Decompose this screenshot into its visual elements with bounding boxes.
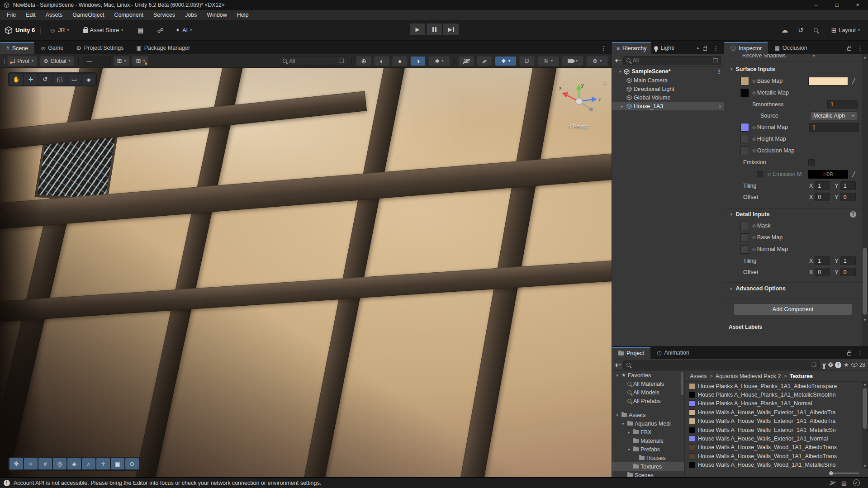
orbit-button[interactable]: ◎ <box>53 458 66 469</box>
chevron-down-icon[interactable]: ▾ <box>813 54 815 58</box>
occlusion-map-thumbnail[interactable] <box>740 147 749 155</box>
tree-item-all-prefabs[interactable]: ★ All Prefabs <box>612 397 684 405</box>
add-component-button[interactable]: Add Component <box>734 303 852 315</box>
breadcrumb-pack[interactable]: Aquarius Medieval Pack 2 <box>716 373 781 379</box>
hierarchy-item[interactable]: Global Volume <box>612 93 724 102</box>
tree-item-prefabs[interactable]: ▾ ★ Prefabs <box>612 445 684 454</box>
search-icon[interactable] <box>814 28 818 32</box>
zoom-tool-button[interactable]: ⌕ <box>82 458 95 469</box>
detail-offset-x-field[interactable]: 0 <box>815 268 830 276</box>
source-dropdown[interactable]: Metallic Alph▾ <box>810 111 857 120</box>
asset-labels-header[interactable]: Asset Labels <box>724 321 862 333</box>
normal-map-row[interactable]: ◎Normal Map 1 <box>724 121 862 133</box>
navigation-compass-button[interactable]: ⊙ <box>125 458 139 469</box>
scale-tool-button[interactable]: ◱ <box>53 74 66 85</box>
view-tool-button[interactable]: ✋ <box>9 74 23 85</box>
inspector-scrollbar[interactable]: ▾ ▾ <box>862 54 868 346</box>
offset-x-field[interactable]: 0 <box>815 193 830 201</box>
tab-overflow-icon[interactable]: ▸ <box>697 46 699 50</box>
occlusion-map-row[interactable]: ◎Occlusion Map <box>724 145 862 156</box>
House Walls A_House_Walls_Exterior_1A1_Normal[interactable]: House Walls A_House_Walls_Exterior_1A1_N… <box>685 434 862 443</box>
tree-item-all-models[interactable]: ★ All Models <box>612 388 684 397</box>
House Planks A_House_Planks_1A1_AlbedoTranspare[interactable]: House Planks A_House_Planks_1A1_AlbedoTr… <box>685 382 862 390</box>
advanced-options-header[interactable]: ▸ Advanced Options <box>724 282 862 294</box>
hidden-objects-button[interactable]: ∅ <box>519 56 535 66</box>
House Walls A_House_Walls_Wood_1A1_AlbedoTrans[interactable]: House Walls A_House_Walls_Wood_1A1_Albed… <box>685 443 862 452</box>
hidden-packages-icon[interactable]: ! <box>835 362 841 368</box>
audio-toggle-button[interactable]: ♪ <box>477 56 492 66</box>
snap-settings-button[interactable]: ◈ <box>67 458 81 469</box>
emission-map-checkbox[interactable] <box>757 171 763 177</box>
kebab-menu-icon[interactable]: ⋮ <box>855 350 865 356</box>
detail-tiling-row[interactable]: Tiling X1 Y1 <box>724 255 862 266</box>
House Walls A_House_Walls_Wood_1A1_MetallicSmo[interactable]: House Walls A_House_Walls_Wood_1A1_Metal… <box>685 461 862 469</box>
lit-sphere-button[interactable]: ● <box>392 56 408 66</box>
undo-history-icon[interactable]: ↺ <box>798 26 804 34</box>
favorites-star-icon[interactable]: ★ <box>844 361 849 368</box>
scene-pick-icon[interactable]: ◎ <box>768 172 771 176</box>
offset-y-field[interactable]: 0 <box>840 193 856 201</box>
layers-dropdown[interactable]: ≋ ▾ <box>537 56 559 66</box>
House Planks A_House_Planks_1A1_MetallicSmoothn[interactable]: House Planks A_House_Planks_1A1_Metallic… <box>685 390 862 399</box>
menu-item[interactable]: Component <box>109 10 148 20</box>
editor-disabled-icon[interactable]: ✎ <box>830 479 835 486</box>
tiling-x-field[interactable]: 1 <box>815 181 830 190</box>
menu-item[interactable]: Edit <box>21 10 41 20</box>
projection-label[interactable]: < Persp <box>553 123 602 130</box>
status-message[interactable]: Account API is not accessible. Please br… <box>14 480 321 486</box>
tab-package-manager[interactable]: ▣ Package Manager <box>130 42 196 54</box>
global-dropdown[interactable]: ⊕ Global ▾ <box>40 56 74 66</box>
camera-gameobject-button[interactable]: ▣ <box>111 458 124 469</box>
kebab-menu-icon[interactable]: ⋮ <box>716 68 722 75</box>
base-map-thumbnail[interactable] <box>740 77 749 85</box>
detail-inputs-header[interactable]: ▾ Detail Inputs ? <box>724 208 862 220</box>
scrollbar-thumb[interactable] <box>863 388 867 429</box>
detail-base-map-row[interactable]: ◎Base Map <box>724 232 862 243</box>
tiling-row[interactable]: Tiling X1 Y1 <box>724 180 862 191</box>
cloud-icon[interactable]: ☁ <box>781 26 788 34</box>
scrollbar-thumb[interactable] <box>681 372 683 395</box>
tree-item-aquarius-medieval[interactable]: ▾ ★ Aquarius Medi <box>612 419 684 428</box>
scene-pick-icon[interactable]: ◎ <box>752 148 756 153</box>
tree-scrollbar[interactable] <box>680 371 684 477</box>
hierarchy-item[interactable]: ▸ House_1A3 › <box>612 102 724 110</box>
base-map-color-swatch[interactable] <box>808 77 848 85</box>
tab-scene[interactable]: # Scene <box>0 42 34 54</box>
search-by-type-icon[interactable] <box>822 364 826 366</box>
height-map-thumbnail[interactable] <box>740 135 749 143</box>
tree-item-fbx[interactable]: ▸ ★ FBX <box>612 428 684 436</box>
detail-normal-thumbnail[interactable] <box>740 245 749 254</box>
ai-dropdown[interactable]: ✦ AI ▾ <box>172 25 195 35</box>
layout-dropdown[interactable]: ⊞ Layout ▾ <box>828 25 863 36</box>
scene-camera-home-icon[interactable]: ⌂ <box>603 78 607 85</box>
tree-item-assets[interactable]: ▾ ★ Assets <box>612 411 684 419</box>
scene-pick-icon[interactable]: ◎ <box>752 79 756 83</box>
gizmos-dropdown[interactable]: ⊕ ▾ <box>586 56 608 66</box>
menu-item[interactable]: Assets <box>41 10 68 20</box>
House Walls A_House_Walls_Exterior_1A1_MetallicSn[interactable]: House Walls A_House_Walls_Exterior_1A1_M… <box>685 426 862 434</box>
rect-tool-button[interactable]: ▭ <box>67 74 81 85</box>
detail-tiling-y-field[interactable]: 1 <box>840 256 856 265</box>
scrollbar-thumb[interactable] <box>863 248 867 315</box>
scene-search-input[interactable]: All ❐ <box>280 57 347 66</box>
play-button[interactable]: ▶ <box>410 24 425 35</box>
slider-handle[interactable] <box>829 471 833 475</box>
asset-store-dropdown[interactable]: Asset Store ▾ <box>79 25 127 35</box>
source-row[interactable]: Source Metallic Alph▾ <box>724 110 862 121</box>
normal-map-thumbnail[interactable] <box>740 123 749 132</box>
tree-item-materials[interactable]: ★ Materials <box>612 436 684 445</box>
scroll-down-icon[interactable]: ▾ <box>862 464 868 468</box>
lighting-toggle-button[interactable]: ◑ <box>410 56 426 66</box>
thumbnail-size-slider[interactable] <box>829 471 859 475</box>
House Planks A_House_Planks_1A1_Normal[interactable]: House Planks A_House_Planks_1A1_Normal <box>685 399 862 408</box>
debug-draw-dropdown[interactable]: ✱ ▾ <box>428 56 450 66</box>
account-dropdown[interactable]: ☺ JR ▾ <box>46 25 73 36</box>
House Walls A_House_Walls_Wood_1A1_AlbedoTrans[interactable]: House Walls A_House_Walls_Wood_1A1_Albed… <box>685 452 862 460</box>
kebab-menu-icon[interactable]: ⋮ <box>598 45 609 52</box>
scene-viewport[interactable]: ✋✛↺◱▭◈ x y z < Persp <box>0 68 612 477</box>
rotate-tool-button[interactable]: ↺ <box>38 74 52 85</box>
scene-pick-icon[interactable]: ◎ <box>752 137 756 141</box>
hierarchy-scene-row[interactable]: ▾ SampleScene* ⋮ <box>612 67 724 76</box>
menu-item[interactable]: GameObject <box>67 10 109 20</box>
create-asset-button[interactable]: + ▾ <box>615 361 621 369</box>
